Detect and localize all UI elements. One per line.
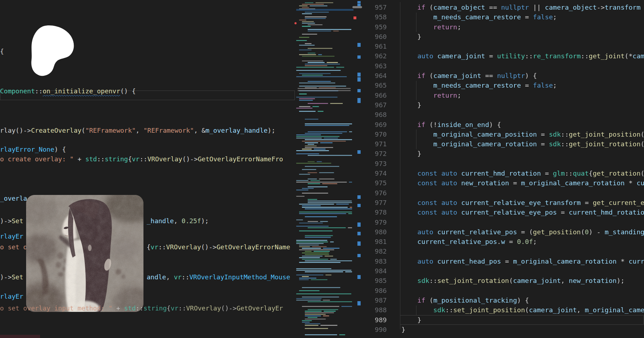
code-token <box>401 179 418 187</box>
code-token: camera_object <box>433 4 485 11</box>
code-token: ( <box>525 306 529 314</box>
code-token: , <box>577 306 585 314</box>
code-token <box>433 258 437 265</box>
code-token: sdk <box>549 131 561 138</box>
editor-pane-right[interactable]: 957 if (camera_object == nullptr || came… <box>361 0 644 338</box>
code-token: :: <box>136 304 143 312</box>
code-text: sdk::set_joint_rotation(camera_joint, ne… <box>401 276 625 285</box>
code-token: { <box>0 48 4 55</box>
code-token: } <box>401 33 421 40</box>
code-line: 960 } <box>361 32 644 41</box>
code-token: if <box>418 4 425 11</box>
code-line: 985 sdk::set_joint_rotation(camera_joint… <box>361 276 644 285</box>
code-token: ; <box>457 23 461 31</box>
code-token <box>401 52 418 60</box>
code-token: ( <box>640 140 644 148</box>
code-fragment: )->Set <box>0 216 23 226</box>
ruler-info-marker <box>357 73 361 77</box>
code-token: inside_on_end <box>437 121 489 128</box>
code-token: + <box>112 304 124 312</box>
code-line: Component::on_initialize_openvr() { <box>0 86 296 96</box>
code-token: ( <box>425 4 433 11</box>
code-token: const <box>418 199 438 206</box>
code-token: current_relative_pos <box>418 238 497 245</box>
code-text: auto current_relative_pos = (get_positio… <box>401 227 644 237</box>
ruler-info-marker <box>357 254 361 257</box>
code-line: 988 sdk::set_joint_position(camera_joint… <box>361 305 644 315</box>
code-fragment: rlayEr <box>0 231 23 241</box>
code-token: auto <box>418 52 434 60</box>
code-token: const <box>418 170 438 177</box>
code-token: , <box>561 277 569 284</box>
minimap[interactable] <box>296 0 353 338</box>
line-number: 958 <box>361 12 387 22</box>
line-number: 975 <box>361 178 387 188</box>
code-fragment: Component::on_initialize_openvr() { <box>0 86 136 96</box>
code-token: = <box>557 209 569 216</box>
code-fragment: rlayError_None) { <box>0 144 66 154</box>
code-token: camera_joint <box>529 306 577 314</box>
code-token: return <box>433 23 457 31</box>
code-token: sdk <box>549 140 561 148</box>
line-number: 957 <box>361 3 387 12</box>
code-fragment: _overla <box>0 194 27 203</box>
code-token: m_positional_tracking <box>433 297 517 304</box>
code-token: current_relative_eye_pos <box>461 209 557 216</box>
code-token: = <box>521 13 533 21</box>
code-token: get_rotation <box>593 170 641 177</box>
code-fragment: o set o <box>0 242 27 252</box>
overview-ruler[interactable] <box>353 0 361 338</box>
code-token: :: <box>429 277 437 284</box>
code-token: ; <box>457 92 461 99</box>
code-line: 971 m_original_camera_rotation = sdk::ge… <box>361 139 644 149</box>
code-token: = <box>509 179 521 187</box>
line-number: 968 <box>361 110 387 119</box>
code-token: rlayEr <box>0 293 23 300</box>
line-number: 978 <box>361 207 387 217</box>
code-text: current_relative_pos.w = 0.0f; <box>401 237 537 246</box>
ruler-info-marker <box>357 150 361 154</box>
scrollbar-handle[interactable] <box>352 6 362 8</box>
code-token: current_hmd_rotation <box>461 170 541 177</box>
line-number: 973 <box>361 159 387 168</box>
code-token: ()-> <box>182 155 197 163</box>
ruler-info-marker <box>357 43 361 47</box>
code-text: if (camera_joint == nullptr) { <box>401 71 537 80</box>
code-line: 982 <box>361 246 644 256</box>
ruler-info-marker <box>357 222 361 227</box>
code-token <box>401 121 418 128</box>
code-token: * <box>625 179 636 187</box>
code-token: + <box>74 155 86 163</box>
code-token: = <box>501 258 513 265</box>
code-line: 980 auto current_relative_pos = (get_pos… <box>361 227 644 237</box>
code-token <box>401 228 418 236</box>
code-token: cu <box>636 179 644 187</box>
code-token: get_position <box>533 228 581 236</box>
code-token: :: <box>158 243 166 251</box>
code-line: 983 auto current_head_pos = m_original_c… <box>361 256 644 266</box>
code-token: get_joint <box>589 52 625 60</box>
code-fragment: {vr::VROverlay()->GetOverlayErrorName <box>147 242 290 252</box>
code-token: current_relative_eye_transform <box>461 199 581 206</box>
code-token: const <box>418 209 438 216</box>
code-line: o set overlay input method: " + std::str… <box>0 303 296 313</box>
code-line: 973 <box>361 159 644 168</box>
code-line: 976 <box>361 188 644 198</box>
code-token <box>437 209 441 216</box>
code-token: ( <box>581 228 585 236</box>
code-token: :: <box>97 155 105 163</box>
code-token: = <box>505 238 517 245</box>
code-token: ; <box>553 13 557 21</box>
code-token: = <box>581 199 592 206</box>
code-token <box>401 82 433 89</box>
ruler-info-marker <box>357 232 361 235</box>
code-line: 987 if (m_positional_tracking) { <box>361 295 644 305</box>
code-token <box>401 140 433 148</box>
code-token: Component <box>0 87 35 95</box>
line-number: 966 <box>361 90 387 100</box>
code-line: 986 <box>361 286 644 295</box>
code-token <box>401 258 418 265</box>
code-token <box>433 228 437 236</box>
code-token <box>401 23 433 31</box>
code-token: GetOverlayEr <box>236 304 283 312</box>
